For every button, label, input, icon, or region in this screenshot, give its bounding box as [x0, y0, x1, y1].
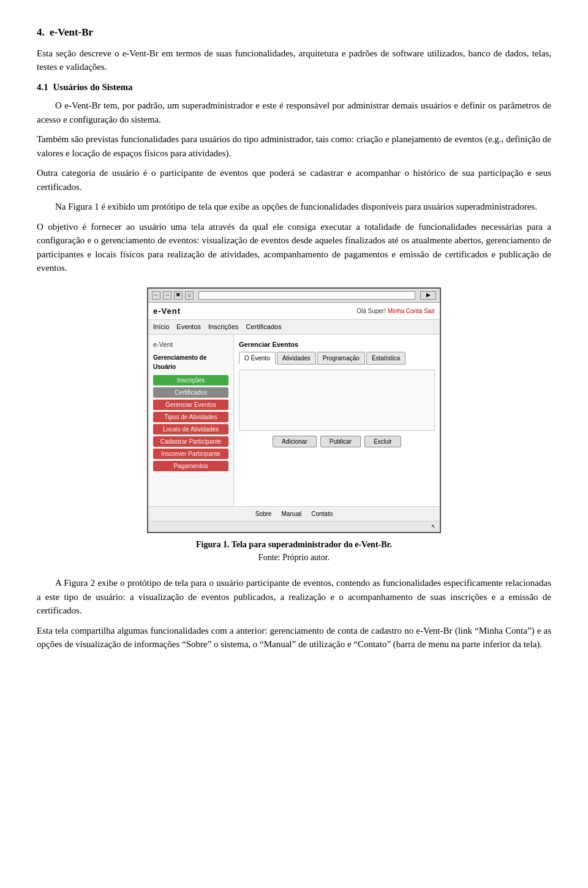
nav-eventos[interactable]: Eventos	[176, 322, 201, 332]
mockup-header: e-Vent Olá Super! Minha Conta Sair	[148, 303, 440, 321]
intro-paragraph: Esta seção descreve o e-Vent-Br em termo…	[37, 47, 551, 74]
paragraph-6: A Figura 2 exibe o protótipo de tela par…	[37, 576, 551, 618]
footer-sobre[interactable]: Sobre	[255, 509, 272, 518]
footer-manual[interactable]: Manual	[281, 509, 301, 518]
caption-source: Fonte: Próprio autor.	[258, 553, 330, 562]
page: 4. e-Vent-Br Esta seção descreve o e-Ven…	[37, 25, 551, 651]
figure-1-container: ← → ✖ ⌂ ▶ e-Vent Olá Super! Minha Conta …	[37, 287, 551, 564]
statusbar-icon: ↖	[431, 523, 436, 531]
mockup-footer: Sobre Manual Contato	[148, 506, 440, 521]
btn-adicionar[interactable]: Adicionar	[273, 436, 317, 447]
sidebar-btn-gerenciar-eventos[interactable]: Gerenciar Eventos	[153, 400, 228, 410]
nav-inicio[interactable]: Início	[153, 322, 169, 332]
sair-link[interactable]: Sair	[424, 308, 435, 314]
mockup-body: e-Vent Gerenciamento de Usuário Inscriçõ…	[148, 335, 440, 506]
sidebar-btn-inscricoes[interactable]: Inscrições	[153, 375, 228, 385]
main-content: Gerenciar Eventos O Evento Atividades Pr…	[234, 335, 440, 506]
paragraph-7: Esta tela compartilha algumas funcionali…	[37, 624, 551, 651]
section-title: 4. e-Vent-Br	[37, 25, 551, 40]
minha-conta-link[interactable]: Minha Conta	[388, 308, 423, 314]
btn-excluir[interactable]: Excluir	[364, 436, 401, 447]
address-bar[interactable]	[198, 291, 415, 300]
paragraph-4: Na Figura 1 é exibido um protótipo de te…	[37, 200, 551, 214]
subsection-title: 4.1 Usuários do Sistema	[37, 80, 551, 94]
paragraph-5: O objetivo é fornecer ao usuário uma tel…	[37, 220, 551, 275]
app-brand: e-Vent	[153, 305, 181, 317]
event-tabs: O Evento Atividades Programação Estatíst…	[239, 352, 435, 365]
home-btn[interactable]: ⌂	[185, 291, 194, 300]
content-area	[239, 370, 435, 431]
paragraph-2: Também são previstas funcionalidades par…	[37, 132, 551, 160]
sidebar-btn-inscrever-participante[interactable]: Inscrever Participante	[153, 449, 228, 459]
sidebar: e-Vent Gerenciamento de Usuário Inscriçõ…	[148, 335, 234, 506]
footer-contato[interactable]: Contato	[311, 509, 333, 518]
back-btn[interactable]: ←	[152, 291, 160, 300]
sidebar-btn-pagamentos[interactable]: Pagamentos	[153, 461, 228, 471]
sidebar-brand: e-Vent	[153, 340, 228, 350]
tab-programacao[interactable]: Programação	[317, 352, 365, 365]
sidebar-section-title: Gerenciamento de Usuário	[153, 353, 228, 371]
top-nav: Início Eventos Inscrições Certificados	[148, 320, 440, 335]
tab-atividades[interactable]: Atividades	[277, 352, 316, 365]
action-buttons: Adicionar Publicar Excluir	[239, 436, 435, 447]
sidebar-btn-tipos-atividades[interactable]: Tipos de Atividades	[153, 412, 228, 422]
sidebar-btn-certificados[interactable]: Certificados	[153, 387, 228, 398]
user-area: Olá Super! Minha Conta Sair	[356, 306, 435, 316]
stop-btn[interactable]: ✖	[174, 291, 183, 300]
nav-certificados[interactable]: Certificados	[246, 322, 282, 332]
sidebar-btn-cadastrar-participante[interactable]: Cadastrar Participante	[153, 436, 228, 447]
mockup-figure-1: ← → ✖ ⌂ ▶ e-Vent Olá Super! Minha Conta …	[147, 287, 441, 534]
tab-o-evento[interactable]: O Evento	[239, 352, 276, 365]
sidebar-btn-locais-atividades[interactable]: Locais de Atividades	[153, 424, 228, 435]
forward-btn[interactable]: →	[163, 291, 172, 300]
tab-estatistica[interactable]: Estatística	[366, 352, 405, 365]
greeting-text: Olá Super!	[356, 308, 388, 314]
btn-publicar[interactable]: Publicar	[320, 436, 361, 447]
nav-inscricoes[interactable]: Inscrições	[208, 322, 239, 332]
mockup-statusbar: ↖	[148, 521, 440, 533]
caption-title: Figura 1. Tela para superadministrador d…	[196, 540, 392, 549]
paragraph-1: O e-Vent-Br tem, por padrão, um superadm…	[37, 99, 551, 126]
go-btn[interactable]: ▶	[420, 291, 436, 300]
figure-caption: Figura 1. Tela para superadministrador d…	[196, 538, 392, 564]
browser-bar: ← → ✖ ⌂ ▶	[148, 289, 440, 303]
main-section-title: Gerenciar Eventos	[239, 340, 435, 350]
paragraph-3: Outra categoria de usuário é o participa…	[37, 166, 551, 194]
